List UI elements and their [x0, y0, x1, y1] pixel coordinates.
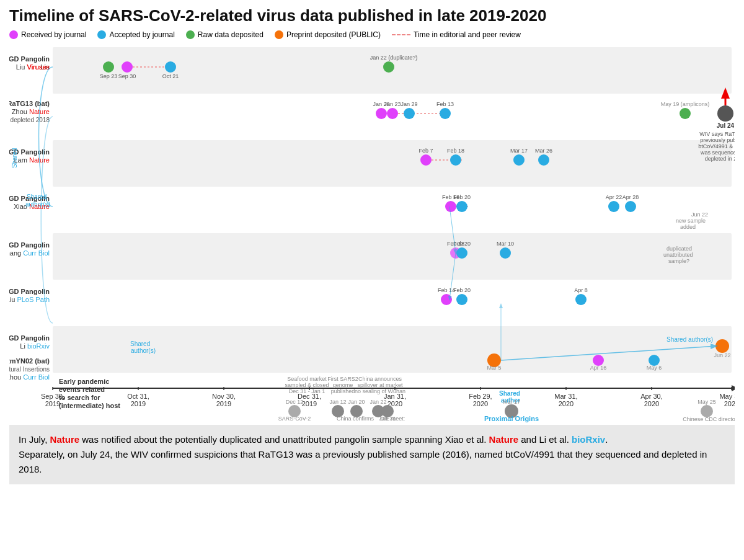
svg-point-94: [445, 201, 456, 212]
svg-point-72: [440, 108, 451, 119]
svg-text:cases detected: cases detected: [276, 422, 314, 422]
svg-text:(intermediate) host: (intermediate) host: [59, 402, 120, 409]
svg-text:no SARS2+: no SARS2+: [378, 422, 407, 422]
svg-text:Jan 12: Jan 12: [329, 399, 346, 405]
svg-text:Feb 14: Feb 14: [438, 287, 455, 293]
legend: Received by journal Accepted by journal …: [9, 30, 735, 39]
svg-point-56: [103, 61, 114, 73]
svg-text:Early pandemic: Early pandemic: [59, 378, 109, 385]
svg-point-176: [701, 405, 713, 417]
svg-text:depleted in 2018: depleted in 2018: [705, 156, 735, 162]
svg-text:Lam Nature: Lam Nature: [14, 156, 50, 164]
svg-point-76: [717, 105, 733, 122]
svg-point-108: [456, 247, 467, 259]
received-icon: [9, 30, 18, 39]
svg-text:human-to-human: human-to-human: [334, 422, 377, 422]
svg-text:Li bioRxiv: Li bioRxiv: [20, 342, 50, 350]
bottom-text: In July, Nature was notified about the p…: [9, 425, 735, 484]
svg-point-63: [383, 61, 394, 73]
chart-svg: GD Pangolin Liu Viruses Liu Viruses RaTG…: [9, 44, 735, 422]
svg-point-99: [608, 201, 619, 212]
svg-point-123: [715, 339, 729, 353]
svg-point-92: [538, 154, 549, 166]
svg-text:Mar 31,: Mar 31,: [554, 393, 577, 400]
svg-text:Proximal Origins: Proximal Origins: [484, 415, 539, 422]
preprint-icon: [275, 30, 283, 39]
svg-text:genome: genome: [333, 382, 353, 388]
svg-point-88: [450, 154, 461, 166]
svg-point-90: [513, 154, 525, 166]
legend-raw: Raw data deposited: [186, 30, 264, 39]
dashed-label: Time in editorial and peer review: [414, 30, 521, 39]
svg-text:Shared author(s): Shared author(s): [666, 336, 713, 343]
svg-text:May 31,: May 31,: [719, 393, 735, 400]
svg-text:2019: 2019: [216, 400, 231, 407]
svg-point-110: [500, 247, 511, 259]
svg-text:Apr 22: Apr 22: [606, 194, 622, 200]
svg-text:Jan 31: Jan 31: [379, 416, 396, 422]
svg-point-70: [404, 108, 415, 119]
svg-point-65: [376, 108, 387, 119]
svg-text:added: added: [680, 224, 696, 230]
svg-text:Feb 20: Feb 20: [453, 194, 471, 200]
svg-text:sequenced + depleted 2018: sequenced + depleted 2018: [9, 117, 50, 123]
svg-text:May 6: May 6: [647, 365, 662, 371]
svg-text:events related: events related: [59, 386, 105, 393]
page-title: Timeline of SARS-CoV-2-related virus dat…: [9, 6, 735, 25]
nature-ref1: Nature: [50, 434, 80, 445]
svg-text:SARS-CoV-2: SARS-CoV-2: [278, 416, 311, 422]
svg-text:author(s): author(s): [131, 347, 156, 354]
svg-text:author(s): author(s): [25, 201, 50, 208]
svg-text:Shared: Shared: [11, 148, 18, 168]
svg-text:2019: 2019: [131, 400, 146, 407]
main-container: Timeline of SARS-CoV-2-related virus dat…: [0, 0, 744, 484]
svg-text:Shared: Shared: [27, 193, 46, 200]
svg-text:new sample: new sample: [676, 218, 706, 224]
svg-text:Jun 22: Jun 22: [714, 352, 730, 358]
svg-text:Jun 22: Jun 22: [691, 211, 708, 218]
bottom-line1: In July, Nature was notified about the p…: [19, 432, 725, 447]
svg-text:sample?: sample?: [668, 258, 689, 264]
svg-text:Feb 13: Feb 13: [436, 101, 454, 107]
svg-point-58: [122, 61, 133, 73]
svg-text:Oct 31,: Oct 31,: [127, 393, 149, 400]
svg-text:Mar 26: Mar 26: [535, 148, 552, 154]
svg-text:2020: 2020: [644, 400, 659, 407]
svg-text:Zhou Curr Biol: Zhou Curr Biol: [9, 373, 50, 381]
svg-text:First SARS2: First SARS2: [327, 376, 358, 382]
svg-text:Dec 12: Dec 12: [286, 399, 304, 405]
svg-text:Sep 30: Sep 30: [118, 73, 136, 79]
chart-area: GD Pangolin Liu Viruses Liu Viruses RaTG…: [9, 44, 735, 422]
received-label: Received by journal: [21, 30, 86, 39]
preprint-label: Preprint deposited (PUBLIC): [286, 30, 381, 39]
svg-text:Mar 10: Mar 10: [497, 241, 514, 247]
svg-text:WIV says RaTG13 is: WIV says RaTG13 is: [699, 131, 735, 137]
raw-icon: [186, 30, 195, 39]
svg-point-119: [575, 294, 587, 305]
accepted-label: Accepted by journal: [109, 30, 174, 39]
svg-text:2020: 2020: [473, 400, 488, 407]
svg-text:no sealing of Wuhan: no sealing of Wuhan: [355, 388, 405, 394]
legend-dashed: Time in editorial and peer review: [392, 30, 521, 39]
svg-text:GD Pangolin: GD Pangolin: [9, 241, 50, 249]
svg-text:2020: 2020: [559, 400, 574, 407]
svg-text:Feb 29,: Feb 29,: [469, 393, 492, 400]
svg-text:Jan 22 (duplicate?): Jan 22 (duplicate?): [370, 55, 418, 61]
svg-text:previously published: previously published: [700, 137, 735, 143]
svg-rect-5: [53, 280, 732, 326]
svg-text:Apr 16: Apr 16: [590, 365, 607, 371]
accepted-icon: [97, 30, 106, 39]
svg-text:Mar 17: Mar 17: [503, 399, 520, 405]
svg-text:Jul 24: Jul 24: [717, 122, 735, 129]
svg-point-97: [456, 201, 467, 212]
svg-point-101: [625, 201, 636, 212]
svg-text:2020: 2020: [724, 400, 735, 407]
svg-text:Apr 8: Apr 8: [574, 287, 588, 293]
svg-text:Feb 20: Feb 20: [453, 287, 471, 293]
svg-rect-4: [53, 233, 732, 280]
svg-text:Dec 31 - Jan 1: Dec 31 - Jan 1: [289, 388, 326, 394]
svg-point-117: [456, 294, 467, 305]
svg-text:Oct 21: Oct 21: [162, 73, 179, 79]
raw-label: Raw data deposited: [198, 30, 264, 39]
svg-text:Liu Viruses: Liu Viruses: [16, 63, 50, 71]
